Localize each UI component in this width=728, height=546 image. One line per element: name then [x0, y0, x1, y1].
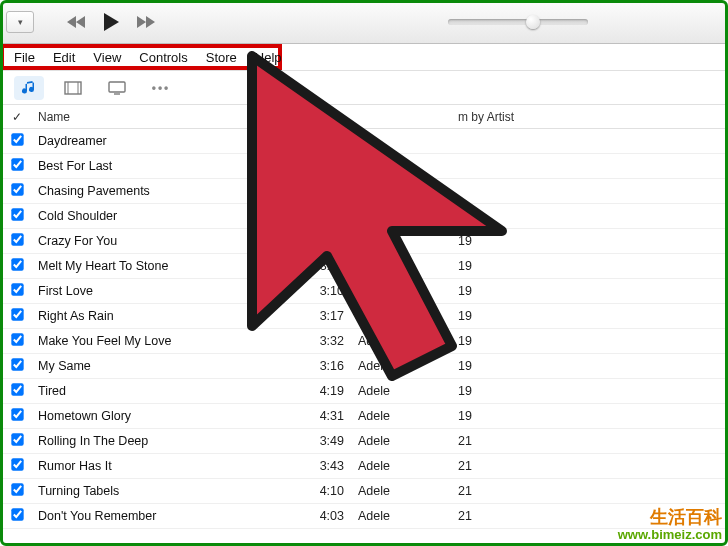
- track-checkbox[interactable]: [11, 158, 23, 170]
- table-row[interactable]: Chasing Pavements3:31Ad: [0, 179, 728, 204]
- next-button[interactable]: [130, 10, 160, 34]
- track-checkbox[interactable]: [11, 433, 23, 445]
- track-name: Hometown Glory: [34, 409, 304, 423]
- track-name: Chasing Pavements: [34, 184, 304, 198]
- track-name: Rolling In The Deep: [34, 434, 304, 448]
- track-name: Make You Feel My Love: [34, 334, 304, 348]
- track-time: 4:31: [304, 409, 358, 423]
- track-artist: Adele: [358, 334, 458, 348]
- row-check[interactable]: [0, 383, 34, 399]
- menu-help[interactable]: Help: [255, 50, 282, 65]
- track-checkbox[interactable]: [11, 233, 23, 245]
- menu-edit[interactable]: Edit: [53, 50, 75, 65]
- track-artist: Adele: [358, 484, 458, 498]
- track-album: 21: [458, 434, 728, 448]
- row-check[interactable]: [0, 183, 34, 199]
- table-row[interactable]: Rolling In The Deep3:49Adele21: [0, 429, 728, 454]
- menu-view[interactable]: View: [93, 50, 121, 65]
- track-album: 19: [458, 309, 728, 323]
- more-tab[interactable]: •••: [146, 76, 176, 100]
- row-check[interactable]: [0, 308, 34, 324]
- track-checkbox[interactable]: [11, 183, 23, 195]
- track-artist: Adele: [358, 209, 458, 223]
- row-check[interactable]: [0, 433, 34, 449]
- track-name: Rumor Has It: [34, 459, 304, 473]
- header-name[interactable]: Name: [34, 110, 304, 124]
- track-time: 3:12: [304, 209, 358, 223]
- track-album: 19: [458, 334, 728, 348]
- track-name: Tired: [34, 384, 304, 398]
- header-name-label: Name: [38, 110, 70, 124]
- row-check[interactable]: [0, 158, 34, 174]
- table-row[interactable]: Melt My Heart To Stone3:24Adele19: [0, 254, 728, 279]
- track-checkbox[interactable]: [11, 408, 23, 420]
- track-name: Melt My Heart To Stone: [34, 259, 304, 273]
- volume-thumb[interactable]: [526, 15, 540, 29]
- media-category-bar: •••: [0, 71, 728, 105]
- track-name: Don't You Remember: [34, 509, 304, 523]
- movies-tab[interactable]: [58, 76, 88, 100]
- track-checkbox[interactable]: [11, 258, 23, 270]
- track-name: Crazy For You: [34, 234, 304, 248]
- track-checkbox[interactable]: [11, 383, 23, 395]
- track-checkbox[interactable]: [11, 483, 23, 495]
- track-artist: Adele: [358, 309, 458, 323]
- track-time: 3:10: [304, 284, 358, 298]
- table-row[interactable]: Daydreamer3: [0, 129, 728, 154]
- menu-controls[interactable]: Controls: [139, 50, 187, 65]
- track-time: 3:24: [304, 259, 358, 273]
- track-checkbox[interactable]: [11, 508, 23, 520]
- previous-button[interactable]: [62, 10, 92, 34]
- track-checkbox[interactable]: [11, 458, 23, 470]
- row-check[interactable]: [0, 233, 34, 249]
- track-time: 3:43: [304, 459, 358, 473]
- row-check[interactable]: [0, 133, 34, 149]
- table-row[interactable]: Tired4:19Adele19: [0, 379, 728, 404]
- track-checkbox[interactable]: [11, 358, 23, 370]
- table-row[interactable]: Best For Last4:19: [0, 154, 728, 179]
- row-check[interactable]: [0, 408, 34, 424]
- track-checkbox[interactable]: [11, 308, 23, 320]
- track-time: 3:17: [304, 309, 358, 323]
- row-check[interactable]: [0, 458, 34, 474]
- svg-rect-0: [65, 82, 81, 94]
- row-check[interactable]: [0, 358, 34, 374]
- tv-tab[interactable]: [102, 76, 132, 100]
- track-album: 21: [458, 484, 728, 498]
- track-time: 4:03: [304, 509, 358, 523]
- row-check[interactable]: [0, 508, 34, 524]
- table-row[interactable]: Hometown Glory4:31Adele19: [0, 404, 728, 429]
- volume-slider[interactable]: [448, 19, 588, 25]
- table-row[interactable]: First Love3:10Adele19: [0, 279, 728, 304]
- track-time: 3:32: [304, 334, 358, 348]
- header-check[interactable]: ✓: [0, 110, 34, 124]
- track-checkbox[interactable]: [11, 283, 23, 295]
- music-tab[interactable]: [14, 76, 44, 100]
- track-checkbox[interactable]: [11, 333, 23, 345]
- table-row[interactable]: Rumor Has It3:43Adele21: [0, 454, 728, 479]
- table-row[interactable]: My Same3:16Adele19: [0, 354, 728, 379]
- row-check[interactable]: [0, 283, 34, 299]
- track-time: 3:28: [304, 234, 358, 248]
- table-row[interactable]: Right As Rain3:17Adele19: [0, 304, 728, 329]
- library-dropdown[interactable]: ▾: [6, 11, 34, 33]
- header-album[interactable]: m by Artist: [458, 110, 728, 124]
- play-button[interactable]: [96, 10, 126, 34]
- row-check[interactable]: [0, 258, 34, 274]
- track-artist: Adele: [358, 234, 458, 248]
- track-artist: Adele: [358, 384, 458, 398]
- track-checkbox[interactable]: [11, 133, 23, 145]
- menu-file[interactable]: File: [14, 50, 35, 65]
- row-check[interactable]: [0, 208, 34, 224]
- track-checkbox[interactable]: [11, 208, 23, 220]
- row-check[interactable]: [0, 483, 34, 499]
- table-row[interactable]: Make You Feel My Love3:32Adele19: [0, 329, 728, 354]
- menu-store[interactable]: Store: [206, 50, 237, 65]
- track-artist: Adele: [358, 509, 458, 523]
- track-name: Turning Tabels: [34, 484, 304, 498]
- table-row[interactable]: Crazy For You3:28Adele19: [0, 229, 728, 254]
- row-check[interactable]: [0, 333, 34, 349]
- table-row[interactable]: Cold Shoulder3:12Adele19: [0, 204, 728, 229]
- table-row[interactable]: Turning Tabels4:10Adele21: [0, 479, 728, 504]
- menu-bar: File Edit View Controls Store Help: [0, 44, 282, 70]
